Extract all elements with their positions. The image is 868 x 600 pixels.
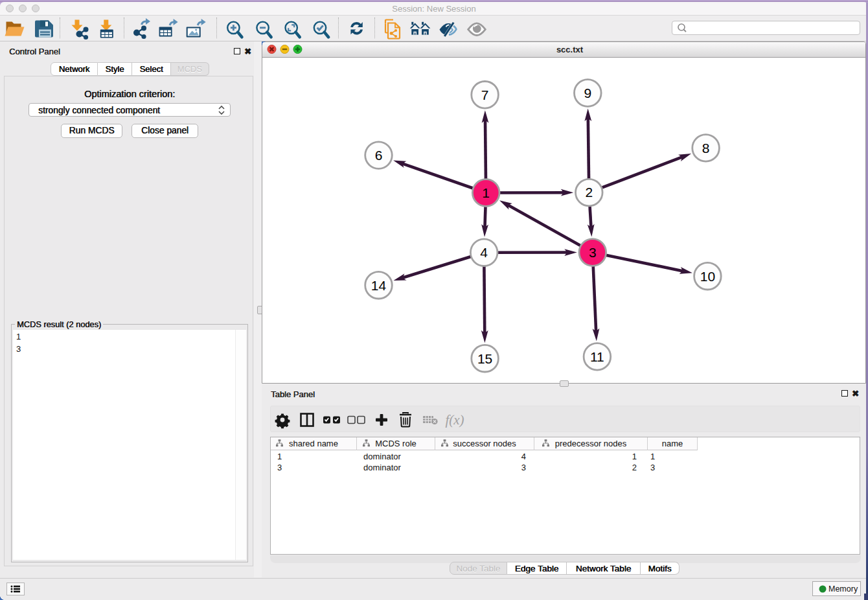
svg-text:3: 3 bbox=[589, 245, 597, 260]
svg-text:7: 7 bbox=[481, 87, 489, 102]
svg-text:11: 11 bbox=[590, 349, 604, 364]
svg-text:9: 9 bbox=[584, 86, 591, 100]
svg-text:1: 1 bbox=[482, 185, 490, 200]
svg-text:8: 8 bbox=[702, 141, 710, 156]
svg-text:f(x): f(x) bbox=[445, 412, 464, 428]
svg-text:10: 10 bbox=[700, 269, 715, 284]
svg-text:2: 2 bbox=[585, 185, 593, 200]
svg-text:15: 15 bbox=[477, 351, 492, 366]
svg-text:6: 6 bbox=[375, 148, 383, 163]
svg-text:14: 14 bbox=[371, 278, 387, 293]
svg-text:4: 4 bbox=[480, 245, 488, 260]
